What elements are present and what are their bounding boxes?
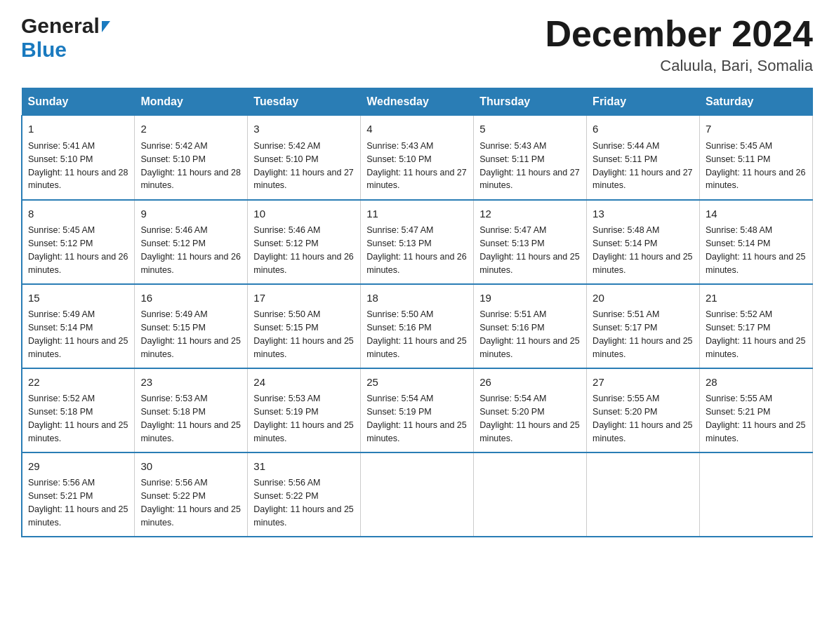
table-row xyxy=(587,452,700,537)
page-header: General Blue December 2024 Caluula, Bari… xyxy=(21,14,813,75)
day-info: Sunrise: 5:45 AMSunset: 5:11 PMDaylight:… xyxy=(706,141,805,191)
day-info: Sunrise: 5:52 AMSunset: 5:17 PMDaylight:… xyxy=(706,309,805,359)
day-number: 5 xyxy=(479,121,581,137)
logo: General Blue xyxy=(21,14,110,62)
table-row: 11 Sunrise: 5:47 AMSunset: 5:13 PMDaylig… xyxy=(361,200,474,284)
table-row: 27 Sunrise: 5:55 AMSunset: 5:20 PMDaylig… xyxy=(587,368,700,452)
day-info: Sunrise: 5:56 AMSunset: 5:21 PMDaylight:… xyxy=(28,478,128,528)
logo-arrow-icon xyxy=(102,21,110,32)
table-row: 16 Sunrise: 5:49 AMSunset: 5:15 PMDaylig… xyxy=(135,284,248,368)
day-info: Sunrise: 5:50 AMSunset: 5:15 PMDaylight:… xyxy=(253,309,353,359)
day-number: 27 xyxy=(593,375,694,390)
table-row: 8 Sunrise: 5:45 AMSunset: 5:12 PMDayligh… xyxy=(22,200,135,284)
table-row: 10 Sunrise: 5:46 AMSunset: 5:12 PMDaylig… xyxy=(248,200,361,284)
day-info: Sunrise: 5:48 AMSunset: 5:14 PMDaylight:… xyxy=(593,225,692,275)
logo-blue-text: Blue xyxy=(21,38,67,61)
table-row: 26 Sunrise: 5:54 AMSunset: 5:20 PMDaylig… xyxy=(474,368,587,452)
day-number: 20 xyxy=(593,290,694,306)
day-info: Sunrise: 5:49 AMSunset: 5:15 PMDaylight:… xyxy=(140,309,240,359)
day-number: 24 xyxy=(253,375,355,390)
table-row: 13 Sunrise: 5:48 AMSunset: 5:14 PMDaylig… xyxy=(587,200,700,284)
table-row: 5 Sunrise: 5:43 AMSunset: 5:11 PMDayligh… xyxy=(474,116,587,200)
table-row: 28 Sunrise: 5:55 AMSunset: 5:21 PMDaylig… xyxy=(700,368,813,452)
table-row: 6 Sunrise: 5:44 AMSunset: 5:11 PMDayligh… xyxy=(587,116,700,200)
table-row: 25 Sunrise: 5:54 AMSunset: 5:19 PMDaylig… xyxy=(361,368,474,452)
day-info: Sunrise: 5:42 AMSunset: 5:10 PMDaylight:… xyxy=(140,141,240,191)
table-row: 29 Sunrise: 5:56 AMSunset: 5:21 PMDaylig… xyxy=(22,452,135,537)
day-number: 29 xyxy=(28,459,128,474)
day-info: Sunrise: 5:56 AMSunset: 5:22 PMDaylight:… xyxy=(253,478,353,528)
calendar-table: Sunday Monday Tuesday Wednesday Thursday… xyxy=(21,88,813,537)
day-number: 30 xyxy=(140,459,241,474)
day-number: 12 xyxy=(479,206,581,222)
table-row xyxy=(700,452,813,537)
day-info: Sunrise: 5:43 AMSunset: 5:11 PMDaylight:… xyxy=(479,141,579,191)
day-info: Sunrise: 5:51 AMSunset: 5:17 PMDaylight:… xyxy=(593,309,692,359)
table-row: 14 Sunrise: 5:48 AMSunset: 5:14 PMDaylig… xyxy=(700,200,813,284)
table-row: 31 Sunrise: 5:56 AMSunset: 5:22 PMDaylig… xyxy=(248,452,361,537)
day-number: 25 xyxy=(366,375,468,390)
day-info: Sunrise: 5:46 AMSunset: 5:12 PMDaylight:… xyxy=(140,225,240,275)
header-saturday: Saturday xyxy=(700,88,813,116)
day-number: 8 xyxy=(28,206,128,222)
day-number: 21 xyxy=(706,290,807,306)
day-number: 22 xyxy=(28,375,128,390)
day-number: 28 xyxy=(706,375,807,390)
table-row: 17 Sunrise: 5:50 AMSunset: 5:15 PMDaylig… xyxy=(248,284,361,368)
day-info: Sunrise: 5:54 AMSunset: 5:19 PMDaylight:… xyxy=(366,394,466,443)
table-row xyxy=(361,452,474,537)
day-info: Sunrise: 5:42 AMSunset: 5:10 PMDaylight:… xyxy=(253,141,353,191)
day-number: 16 xyxy=(140,290,241,306)
day-info: Sunrise: 5:50 AMSunset: 5:16 PMDaylight:… xyxy=(366,309,466,359)
table-row xyxy=(474,452,587,537)
table-row: 1 Sunrise: 5:41 AMSunset: 5:10 PMDayligh… xyxy=(22,116,135,200)
day-number: 23 xyxy=(140,375,241,390)
day-info: Sunrise: 5:46 AMSunset: 5:12 PMDaylight:… xyxy=(253,225,353,275)
table-row: 9 Sunrise: 5:46 AMSunset: 5:12 PMDayligh… xyxy=(135,200,248,284)
calendar-header: Sunday Monday Tuesday Wednesday Thursday… xyxy=(22,88,813,116)
day-info: Sunrise: 5:45 AMSunset: 5:12 PMDaylight:… xyxy=(28,225,128,275)
header-sunday: Sunday xyxy=(22,88,135,116)
table-row: 22 Sunrise: 5:52 AMSunset: 5:18 PMDaylig… xyxy=(22,368,135,452)
header-tuesday: Tuesday xyxy=(248,88,361,116)
table-row: 21 Sunrise: 5:52 AMSunset: 5:17 PMDaylig… xyxy=(700,284,813,368)
day-info: Sunrise: 5:44 AMSunset: 5:11 PMDaylight:… xyxy=(593,141,692,191)
day-number: 6 xyxy=(593,121,694,137)
header-thursday: Thursday xyxy=(474,88,587,116)
day-info: Sunrise: 5:41 AMSunset: 5:10 PMDaylight:… xyxy=(28,141,128,191)
table-row: 7 Sunrise: 5:45 AMSunset: 5:11 PMDayligh… xyxy=(700,116,813,200)
day-number: 31 xyxy=(253,459,355,474)
day-number: 1 xyxy=(28,121,128,137)
table-row: 30 Sunrise: 5:56 AMSunset: 5:22 PMDaylig… xyxy=(135,452,248,537)
table-row: 24 Sunrise: 5:53 AMSunset: 5:19 PMDaylig… xyxy=(248,368,361,452)
table-row: 19 Sunrise: 5:51 AMSunset: 5:16 PMDaylig… xyxy=(474,284,587,368)
calendar-body: 1 Sunrise: 5:41 AMSunset: 5:10 PMDayligh… xyxy=(22,116,813,537)
day-info: Sunrise: 5:53 AMSunset: 5:19 PMDaylight:… xyxy=(253,394,353,443)
logo-general-text: General xyxy=(21,14,100,38)
day-info: Sunrise: 5:55 AMSunset: 5:21 PMDaylight:… xyxy=(706,394,805,443)
table-row: 20 Sunrise: 5:51 AMSunset: 5:17 PMDaylig… xyxy=(587,284,700,368)
day-number: 4 xyxy=(366,121,468,137)
day-number: 17 xyxy=(253,290,355,306)
header-friday: Friday xyxy=(587,88,700,116)
day-info: Sunrise: 5:56 AMSunset: 5:22 PMDaylight:… xyxy=(140,478,240,528)
calendar-title: December 2024 xyxy=(545,14,813,54)
table-row: 3 Sunrise: 5:42 AMSunset: 5:10 PMDayligh… xyxy=(248,116,361,200)
day-info: Sunrise: 5:48 AMSunset: 5:14 PMDaylight:… xyxy=(706,225,805,275)
day-number: 14 xyxy=(706,206,807,222)
day-info: Sunrise: 5:43 AMSunset: 5:10 PMDaylight:… xyxy=(366,141,466,191)
day-info: Sunrise: 5:47 AMSunset: 5:13 PMDaylight:… xyxy=(366,225,466,275)
day-number: 19 xyxy=(479,290,581,306)
table-row: 23 Sunrise: 5:53 AMSunset: 5:18 PMDaylig… xyxy=(135,368,248,452)
day-info: Sunrise: 5:52 AMSunset: 5:18 PMDaylight:… xyxy=(28,394,128,443)
day-info: Sunrise: 5:51 AMSunset: 5:16 PMDaylight:… xyxy=(479,309,579,359)
table-row: 12 Sunrise: 5:47 AMSunset: 5:13 PMDaylig… xyxy=(474,200,587,284)
day-number: 2 xyxy=(140,121,241,137)
header-monday: Monday xyxy=(135,88,248,116)
day-info: Sunrise: 5:47 AMSunset: 5:13 PMDaylight:… xyxy=(479,225,579,275)
table-row: 15 Sunrise: 5:49 AMSunset: 5:14 PMDaylig… xyxy=(22,284,135,368)
day-number: 15 xyxy=(28,290,128,306)
day-info: Sunrise: 5:49 AMSunset: 5:14 PMDaylight:… xyxy=(28,309,128,359)
day-number: 13 xyxy=(593,206,694,222)
header-wednesday: Wednesday xyxy=(361,88,474,116)
